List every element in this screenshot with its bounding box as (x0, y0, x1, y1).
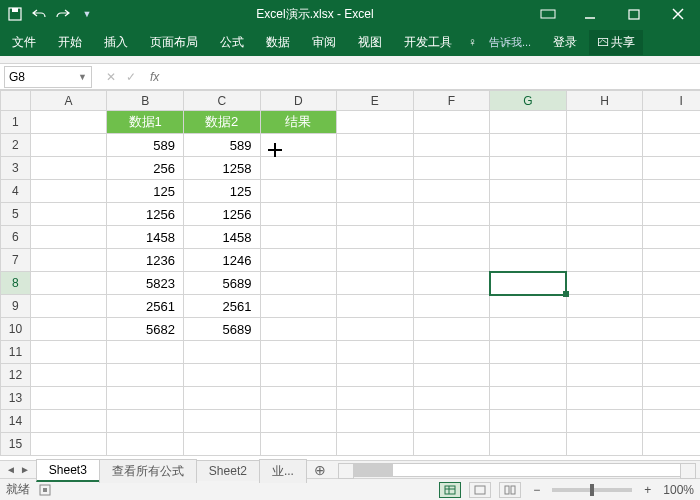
cell-F15[interactable] (413, 433, 490, 456)
cell-A8[interactable] (30, 272, 107, 295)
cell-E9[interactable] (337, 295, 414, 318)
cell-I4[interactable] (643, 180, 700, 203)
row-header-9[interactable]: 9 (1, 295, 31, 318)
cell-H2[interactable] (566, 134, 643, 157)
cell-A2[interactable] (30, 134, 107, 157)
cell-D12[interactable] (260, 364, 337, 387)
cell-D6[interactable] (260, 226, 337, 249)
horizontal-scrollbar[interactable] (352, 463, 682, 477)
cell-E3[interactable] (337, 157, 414, 180)
cell-E11[interactable] (337, 341, 414, 364)
row-header-10[interactable]: 10 (1, 318, 31, 341)
cell-A6[interactable] (30, 226, 107, 249)
cell-C6[interactable]: 1458 (183, 226, 260, 249)
cell-C14[interactable] (183, 410, 260, 433)
cell-D13[interactable] (260, 387, 337, 410)
cell-H7[interactable] (566, 249, 643, 272)
maximize-button[interactable] (612, 0, 656, 28)
cell-E12[interactable] (337, 364, 414, 387)
cell-H1[interactable] (566, 111, 643, 134)
cell-F4[interactable] (413, 180, 490, 203)
cell-D3[interactable] (260, 157, 337, 180)
cell-B5[interactable]: 1256 (107, 203, 184, 226)
row-header-7[interactable]: 7 (1, 249, 31, 272)
cell-G14[interactable] (490, 410, 567, 433)
cell-B11[interactable] (107, 341, 184, 364)
cell-F6[interactable] (413, 226, 490, 249)
cell-A15[interactable] (30, 433, 107, 456)
cell-D4[interactable] (260, 180, 337, 203)
cell-A11[interactable] (30, 341, 107, 364)
name-box[interactable]: G8 ▼ (4, 66, 92, 88)
cell-C10[interactable]: 5689 (183, 318, 260, 341)
zoom-out-button[interactable]: − (529, 483, 544, 497)
cell-I6[interactable] (643, 226, 700, 249)
cell-F1[interactable] (413, 111, 490, 134)
row-header-8[interactable]: 8 (1, 272, 31, 295)
minimize-button[interactable] (568, 0, 612, 28)
cell-C7[interactable]: 1246 (183, 249, 260, 272)
cell-H12[interactable] (566, 364, 643, 387)
cell-C2[interactable]: 589 (183, 134, 260, 157)
chevron-down-icon[interactable]: ▼ (78, 72, 87, 82)
save-icon[interactable] (6, 5, 24, 23)
cell-B14[interactable] (107, 410, 184, 433)
cell-I5[interactable] (643, 203, 700, 226)
cell-I1[interactable] (643, 111, 700, 134)
cell-G2[interactable] (490, 134, 567, 157)
cell-A10[interactable] (30, 318, 107, 341)
row-header-11[interactable]: 11 (1, 341, 31, 364)
cell-C13[interactable] (183, 387, 260, 410)
cell-D11[interactable] (260, 341, 337, 364)
cell-G11[interactable] (490, 341, 567, 364)
tab-layout[interactable]: 页面布局 (140, 28, 208, 57)
cell-E7[interactable] (337, 249, 414, 272)
tab-file[interactable]: 文件 (2, 28, 46, 57)
cell-A4[interactable] (30, 180, 107, 203)
view-page-break-icon[interactable] (499, 482, 521, 498)
cell-F14[interactable] (413, 410, 490, 433)
cell-D1[interactable]: 结果 (260, 111, 337, 134)
cell-H3[interactable] (566, 157, 643, 180)
cell-H15[interactable] (566, 433, 643, 456)
redo-icon[interactable] (54, 5, 72, 23)
tab-formulas[interactable]: 公式 (210, 28, 254, 57)
col-header-G[interactable]: G (490, 91, 567, 111)
cell-H14[interactable] (566, 410, 643, 433)
cell-I2[interactable] (643, 134, 700, 157)
tab-view[interactable]: 视图 (348, 28, 392, 57)
cell-E2[interactable] (337, 134, 414, 157)
cell-C5[interactable]: 1256 (183, 203, 260, 226)
sheet-tab[interactable]: Sheet2 (196, 460, 260, 481)
add-sheet-button[interactable]: ⊕ (306, 462, 334, 478)
cell-H6[interactable] (566, 226, 643, 249)
cell-F3[interactable] (413, 157, 490, 180)
cell-G6[interactable] (490, 226, 567, 249)
cell-A3[interactable] (30, 157, 107, 180)
cell-B9[interactable]: 2561 (107, 295, 184, 318)
sheet-tab[interactable]: 业... (259, 459, 307, 483)
tab-home[interactable]: 开始 (48, 28, 92, 57)
cell-B2[interactable]: 589 (107, 134, 184, 157)
cell-C8[interactable]: 5689 (183, 272, 260, 295)
cell-I9[interactable] (643, 295, 700, 318)
col-header-C[interactable]: C (183, 91, 260, 111)
cell-E6[interactable] (337, 226, 414, 249)
row-header-3[interactable]: 3 (1, 157, 31, 180)
cell-C3[interactable]: 1258 (183, 157, 260, 180)
col-header-A[interactable]: A (30, 91, 107, 111)
macro-record-icon[interactable] (38, 483, 52, 497)
share-button[interactable]: ⮹共享 (589, 30, 643, 55)
row-header-14[interactable]: 14 (1, 410, 31, 433)
cell-I3[interactable] (643, 157, 700, 180)
cell-A7[interactable] (30, 249, 107, 272)
cell-G1[interactable] (490, 111, 567, 134)
zoom-in-button[interactable]: + (640, 483, 655, 497)
cell-D10[interactable] (260, 318, 337, 341)
login-button[interactable]: 登录 (543, 28, 587, 57)
cell-H13[interactable] (566, 387, 643, 410)
cell-A1[interactable] (30, 111, 107, 134)
cell-C11[interactable] (183, 341, 260, 364)
cell-F5[interactable] (413, 203, 490, 226)
cell-A14[interactable] (30, 410, 107, 433)
